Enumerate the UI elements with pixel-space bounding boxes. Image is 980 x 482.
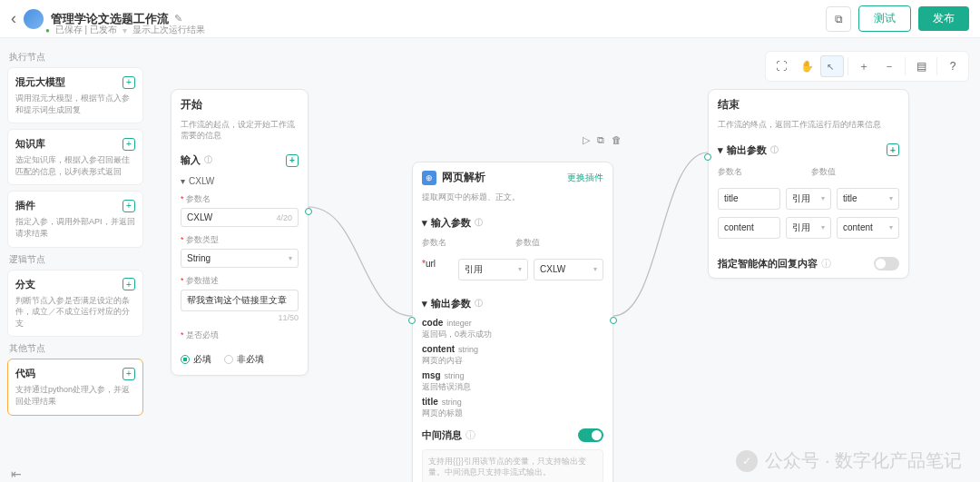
node-subtitle: 提取网页中的标题、正文。 <box>413 192 612 211</box>
out-ref-select[interactable]: 引用▾ <box>786 217 831 239</box>
node-title: 结束 <box>709 90 908 120</box>
node-end[interactable]: 结束 工作流的终点，返回工作流运行后的结果信息 ▾输出参数ⓘ+ 参数名参数值 t… <box>708 89 909 279</box>
mid-message-input[interactable]: 支持用{{}}引用该节点的变量，只支持输出变量。中间消息只支持非流式输出。 <box>422 449 603 482</box>
section-exec: 执行节点 <box>9 51 143 64</box>
add-icon[interactable]: + <box>122 138 135 151</box>
input-section: 输入 <box>181 153 201 167</box>
node-start[interactable]: 开始 工作流的起点，设定开始工作流需要的信息 输入ⓘ+ ▾CXLW *参数名CX… <box>171 89 309 376</box>
node-web-parse[interactable]: ⊕网页解析更换插件 提取网页中的标题、正文。 ▾输入参数ⓘ 参数名参数值 *ur… <box>412 162 613 482</box>
section-logic: 逻辑节点 <box>9 253 143 266</box>
add-param-icon[interactable]: + <box>286 154 299 167</box>
layout-icon[interactable]: ▤ <box>909 55 933 77</box>
output-param: msgstring返回错误消息 <box>413 369 612 395</box>
output-param: codeinteger返回码，0表示成功 <box>413 316 612 342</box>
add-icon[interactable]: + <box>122 278 135 290</box>
copy-node-icon[interactable]: ⧉ <box>597 134 604 146</box>
node-actions: ▷ ⧉ 🗑 <box>583 134 622 146</box>
section-other: 其他节点 <box>9 342 143 355</box>
output-section: 输出参数 <box>431 297 471 310</box>
collapse-sidebar-icon[interactable]: ⇤ <box>7 463 25 482</box>
out-name-input[interactable]: content <box>718 217 780 239</box>
param-desc-input[interactable]: 帮我查询这个链接里文章 <box>181 290 299 311</box>
param-group[interactable]: ▾CXLW <box>172 172 308 190</box>
delete-icon[interactable]: 🗑 <box>612 134 622 146</box>
output-param: titlestring网页的标题 <box>413 395 612 421</box>
zoom-out-icon[interactable]: － <box>877 55 901 77</box>
out-name-input[interactable]: title <box>718 188 780 210</box>
back-button[interactable]: ‹ <box>11 9 16 28</box>
out-val-select[interactable]: title▾ <box>837 188 899 210</box>
publish-button[interactable]: 发布 <box>918 6 969 31</box>
palette-plugin[interactable]: 插件+指定入参，调用外部API，并返回请求结果 <box>7 191 143 247</box>
palette-branch[interactable]: 分支+判断节点入参是否满足设定的条件，成立／不成立运行对应的分支 <box>7 270 143 338</box>
palette-kb[interactable]: 知识库+选定知识库，根据入参召回最佳匹配的信息，以列表形式返回 <box>7 129 143 185</box>
out-val-select[interactable]: content▾ <box>837 217 899 239</box>
output-section: 输出参数 <box>727 143 767 157</box>
input-port[interactable] <box>704 153 711 161</box>
canvas-toolbar: ⛶ ✋ ↖ ＋ － ▤ ? <box>765 51 969 82</box>
url-val-select[interactable]: CXLW▾ <box>534 259 603 280</box>
web-icon: ⊕ <box>422 171 436 185</box>
url-ref-select[interactable]: 引用▾ <box>458 259 528 280</box>
out-ref-select[interactable]: 引用▾ <box>786 188 831 210</box>
node-subtitle: 工作流的终点，返回工作流运行后的结果信息 <box>709 120 908 138</box>
mid-message-toggle[interactable] <box>578 428 603 442</box>
node-title: 开始 <box>172 90 308 120</box>
output-port[interactable] <box>610 317 617 324</box>
output-param: contentstring网页的内容 <box>413 342 612 369</box>
pan-icon[interactable]: ✋ <box>795 55 818 77</box>
test-button[interactable]: 测试 <box>858 5 911 32</box>
add-icon[interactable]: + <box>122 368 135 380</box>
app-logo <box>24 9 44 29</box>
add-output-icon[interactable]: + <box>887 143 899 156</box>
palette-code[interactable]: 代码+支持通过python处理入参，并返回处理结果 <box>7 359 143 415</box>
input-section: 输入参数 <box>431 216 471 230</box>
watermark: ✓公众号 · 数字化产品笔记 <box>736 448 962 473</box>
mid-message-label: 中间消息 <box>422 428 462 442</box>
swap-plugin-link[interactable]: 更换插件 <box>567 172 603 184</box>
agent-reply-toggle[interactable] <box>874 257 899 271</box>
param-type-select[interactable]: String▾ <box>181 249 299 268</box>
fullscreen-icon[interactable]: ⛶ <box>769 55 793 77</box>
add-icon[interactable]: + <box>122 76 135 89</box>
param-name-input[interactable]: CXLW4/20 <box>181 208 299 227</box>
input-port[interactable] <box>408 317 416 324</box>
node-subtitle: 工作流的起点，设定开始工作流需要的信息 <box>172 120 308 148</box>
copy-icon[interactable]: ⧉ <box>826 6 851 32</box>
cursor-icon[interactable]: ↖ <box>820 55 844 77</box>
agent-reply-label: 指定智能体的回复内容 <box>718 257 818 271</box>
palette-llm[interactable]: 混元大模型+调用混元大模型，根据节点入参和提示词生成回复 <box>7 67 143 123</box>
workflow-canvas[interactable]: ⛶ ✋ ↖ ＋ － ▤ ? ▷ ⧉ 🗑 开始 工作流的起点，设定开始工作流需要的… <box>152 44 980 482</box>
zoom-in-icon[interactable]: ＋ <box>852 55 876 77</box>
required-radio[interactable]: 必填非必填 <box>172 348 308 375</box>
output-port[interactable] <box>305 208 312 215</box>
node-title: 网页解析 <box>442 170 485 185</box>
run-icon[interactable]: ▷ <box>583 134 590 146</box>
add-icon[interactable]: + <box>122 200 135 212</box>
help-icon[interactable]: ? <box>941 55 965 77</box>
node-palette: 执行节点 混元大模型+调用混元大模型，根据节点入参和提示词生成回复 知识库+选定… <box>7 45 143 421</box>
status-line: ●已保存 | 已发布 ▾显示上次运行结果 <box>45 24 205 36</box>
